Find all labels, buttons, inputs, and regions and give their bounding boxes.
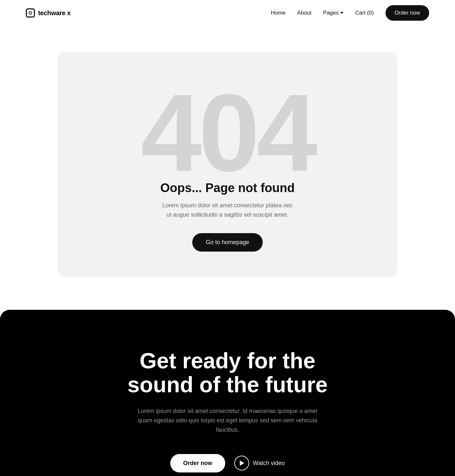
main-nav: Home About Pages Cart (0) Order now [271, 5, 429, 21]
nav-cart[interactable]: Cart (0) [355, 10, 374, 16]
watch-video-button[interactable]: Watch video [234, 456, 285, 471]
error-description: Lorem ipsum dolor sit amet consectetur p… [162, 201, 292, 220]
play-icon [234, 456, 249, 471]
dark-section-buttons: Order now Watch video [170, 454, 285, 472]
order-now-button[interactable]: Order now [386, 5, 429, 21]
nav-pages[interactable]: Pages [323, 10, 344, 16]
logo[interactable]: O techware x [26, 8, 70, 17]
error-title: Oops... Page not found [160, 181, 295, 195]
header: O techware x Home About Pages Cart (0) O… [0, 0, 455, 26]
dark-order-now-button[interactable]: Order now [170, 454, 225, 472]
error-card: 404 Oops... Page not found Lorem ipsum d… [58, 52, 397, 277]
logo-text: techware x [38, 9, 70, 17]
dark-section: Get ready for the sound of the future Lo… [0, 310, 455, 476]
main-content: 404 Oops... Page not found Lorem ipsum d… [0, 26, 455, 310]
logo-icon: O [26, 8, 35, 17]
dark-section-title: Get ready for the sound of the future [127, 349, 327, 397]
go-to-homepage-button[interactable]: Go to homepage [192, 233, 263, 252]
nav-about[interactable]: About [297, 10, 311, 16]
chevron-down-icon [340, 12, 344, 14]
nav-home[interactable]: Home [271, 10, 285, 16]
watch-video-label: Watch video [253, 460, 285, 467]
error-code: 404 [141, 78, 314, 188]
play-triangle-icon [240, 460, 244, 466]
error-desc-line1: Lorem ipsum dolor sit amet consectetur p… [162, 202, 292, 209]
dark-title-line2: sound of the future [127, 372, 327, 397]
dark-title-line1: Get ready for the [140, 348, 315, 373]
nav-pages-label: Pages [323, 10, 339, 16]
error-desc-line2: ut augue sollicitudin a sagittis vel sus… [166, 211, 288, 218]
dark-section-description: Lorem ipsum dolor sit amet consectetur. … [134, 406, 321, 434]
